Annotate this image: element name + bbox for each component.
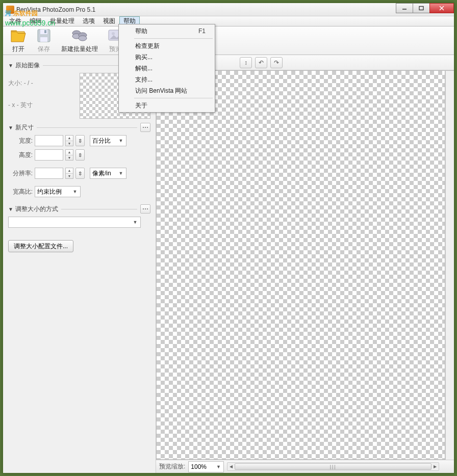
tool-batch[interactable]: 新建批量处理 [58,26,101,55]
maximize-button[interactable] [413,3,430,13]
zoom-combo[interactable]: 100%▼ [188,461,224,472]
svg-point-13 [112,32,115,35]
toolbar: 打开 保存 新建批量处理 预览 [3,27,454,55]
res-label: 分辨率: [8,169,33,178]
zoom-label: 预览缩放: [159,462,185,471]
horizontal-scrollbar[interactable]: ◀ ||| ▶ [227,462,439,471]
menu-batch[interactable]: 批量处理 [46,16,79,26]
statusbar: 预览缩放: 100%▼ ◀ ||| ▶ [156,460,454,473]
minimize-button[interactable] [396,3,413,13]
collapse-icon: ▼ [8,125,13,130]
app-icon [6,6,14,14]
menu-separator [134,98,213,98]
redo-button[interactable]: ↷ [270,57,283,68]
width-spinner[interactable]: ▲▼ [65,135,73,146]
menu-help-support[interactable]: 支持... [120,74,214,85]
section-newsize[interactable]: ▼新尺寸⋯ [8,123,150,132]
method-combo[interactable]: ▼ [8,217,141,228]
svg-rect-7 [44,30,46,33]
chevron-down-icon: ▼ [214,464,222,469]
menu-separator [134,38,213,39]
titlebar[interactable]: BenVista PhotoZoom Pro 5.1 [3,3,454,16]
close-button[interactable] [429,3,454,13]
preview-canvas[interactable] [156,70,445,460]
undo-button[interactable]: ↶ [255,57,267,68]
menubar: 文件 编辑 批量处理 选项 视图 帮助 [3,16,454,27]
chevron-down-icon: ▼ [117,138,125,143]
app-window: BenVista PhotoZoom Pro 5.1 文件 编辑 批量处理 选项… [3,3,454,473]
aspect-combo[interactable]: 约束比例▼ [35,186,81,197]
menu-file[interactable]: 文件 [5,16,26,26]
orig-dim: - x - 英寸 [8,98,74,113]
height-label: 高度: [8,151,33,160]
sidebar: ▼原始图像 大小: - / - - x - 英寸 ▼新尺寸⋯ 宽度: ▲▼ ⇳ … [3,55,156,473]
more-button[interactable]: ⋯ [140,204,150,214]
res-spinner[interactable]: ▲▼ [65,168,73,179]
orig-size: 大小: - / - [8,76,74,91]
collapse-icon: ▼ [8,63,13,68]
scroll-thumb[interactable]: ||| [235,463,431,470]
more-button[interactable]: ⋯ [140,123,150,132]
resize-config-button[interactable]: 调整大小配置文件... [8,240,73,252]
link-wh-button[interactable]: ⇳ [75,135,85,146]
chevron-down-icon: ▼ [131,220,139,225]
menu-help-update[interactable]: 检查更新 [120,40,214,51]
menu-help-buy[interactable]: 购买... [120,51,214,63]
window-title: BenVista PhotoZoom Pro 5.1 [16,6,454,13]
vertical-scrollbar[interactable] [445,70,454,460]
svg-rect-1 [419,7,423,10]
svg-rect-6 [40,37,47,42]
tool-open[interactable]: 打开 [7,26,30,55]
menu-help-website[interactable]: 访问 BenVista 网站 [120,85,214,96]
width-input[interactable] [35,135,63,146]
height-input[interactable] [35,149,63,161]
tool-save: 保存 [33,26,55,55]
section-resize[interactable]: ▼调整大小的方式⋯ [8,204,150,214]
tool-open-label: 打开 [12,45,24,54]
unit-combo[interactable]: 百分比▼ [90,135,126,146]
menu-view[interactable]: 视图 [99,16,119,26]
folder-icon [10,28,27,44]
main-area: ↕ ↶ ↷ 预览缩放: 100%▼ ◀ ||| ▶ [156,55,454,473]
chevron-down-icon: ▼ [71,189,79,194]
help-dropdown: 帮助F1 检查更新 购买... 解锁... 支持... 访问 BenVista … [118,24,215,113]
tool-save-label: 保存 [38,45,50,54]
link-wh-button2[interactable]: ⇳ [75,149,85,161]
res-unit-combo[interactable]: 像素/in▼ [90,168,126,179]
menu-options[interactable]: 选项 [79,16,99,26]
tool-batch-label: 新建批量处理 [61,45,98,54]
batch-icon [71,28,88,44]
nav-updown-button[interactable]: ↕ [240,57,252,68]
svg-point-11 [79,36,87,41]
disk-icon [36,28,52,44]
aspect-label: 宽高比: [8,188,33,196]
width-label: 宽度: [8,137,33,145]
scroll-left-icon[interactable]: ◀ [227,463,235,470]
collapse-icon: ▼ [8,206,13,212]
menu-help-about[interactable]: 关于 [120,100,214,111]
chevron-down-icon: ▼ [117,171,125,176]
menu-edit[interactable]: 编辑 [26,16,46,26]
menu-help-unlock[interactable]: 解锁... [120,63,214,74]
scroll-right-icon[interactable]: ▶ [431,463,439,470]
link-res-button[interactable]: ⇳ [75,168,85,179]
menu-help-help[interactable]: 帮助F1 [120,25,214,37]
height-spinner[interactable]: ▲▼ [65,149,73,161]
resolution-input[interactable] [35,168,63,179]
